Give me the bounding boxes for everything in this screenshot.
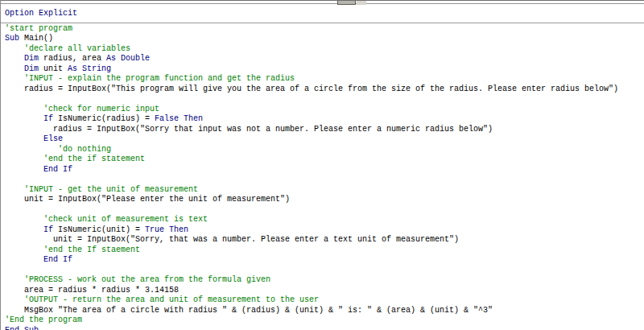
comment-token: 'start program bbox=[5, 24, 72, 33]
code-line[interactable]: unit = InputBox("Please enter the unit o… bbox=[5, 195, 644, 205]
code-line[interactable]: End Sub bbox=[5, 326, 644, 330]
comment-token: 'declare all variables bbox=[24, 44, 130, 53]
code-line[interactable]: 'end the if statement bbox=[5, 155, 644, 165]
keyword-token: Dim bbox=[24, 54, 43, 63]
code-line[interactable]: 'declare all variables bbox=[5, 44, 644, 55]
declarations-separator bbox=[1, 19, 644, 23]
keyword-token: False Then bbox=[155, 114, 203, 123]
keyword-token: As String bbox=[68, 64, 111, 73]
comment-token: 'end the If staement bbox=[43, 245, 140, 254]
comment-token: 'do nothing bbox=[58, 145, 111, 154]
code-token: MsgBox "The area of a circle with radius… bbox=[24, 306, 493, 315]
code-token: radius, area bbox=[43, 54, 106, 63]
code-line[interactable]: 'do nothing bbox=[5, 145, 644, 155]
keyword-token: As Double bbox=[106, 54, 150, 63]
code-line[interactable]: 'INPUT - get the unit of measurement bbox=[5, 185, 644, 196]
keyword-token: Else bbox=[43, 134, 63, 143]
code-line[interactable]: MsgBox "The area of a circle with radius… bbox=[5, 306, 644, 316]
code-line[interactable]: End If bbox=[5, 165, 644, 175]
code-token: unit = InputBox("Sorry, that was a numbe… bbox=[53, 235, 459, 244]
code-line[interactable] bbox=[5, 94, 644, 105]
comment-token: 'end the if statement bbox=[43, 155, 145, 163]
code-line[interactable]: 'end the If staement bbox=[5, 245, 644, 256]
code-line[interactable]: End If bbox=[5, 255, 644, 266]
code-line[interactable]: radius = InputBox("Sorry that input was … bbox=[5, 125, 644, 135]
code-line[interactable]: radius = InputBox("This program will giv… bbox=[5, 85, 644, 95]
code-line[interactable]: Else bbox=[5, 134, 644, 145]
code-line[interactable]: 'check for numeric input bbox=[5, 105, 644, 115]
comment-token: 'End the program bbox=[5, 316, 82, 324]
comment-token: 'INPUT - explain the program function an… bbox=[24, 74, 295, 83]
code-token: Main() bbox=[24, 34, 53, 43]
code-area[interactable]: Option Explicit'start programSub Main()'… bbox=[1, 5, 644, 330]
window-top-edge bbox=[1, 0, 644, 4]
code-token: unit bbox=[43, 64, 68, 73]
code-token: radius = InputBox("Sorry that input was … bbox=[53, 125, 493, 134]
code-line[interactable]: 'OUTPUT - return the area and unit of me… bbox=[5, 295, 644, 306]
code-line[interactable]: area = radius * radius * 3.14158 bbox=[5, 286, 644, 296]
code-editor-window: Option Explicit'start programSub Main()'… bbox=[0, 0, 644, 330]
keyword-token: Sub bbox=[5, 34, 24, 43]
comment-token: 'INPUT - get the unit of measurement bbox=[24, 185, 198, 194]
code-line[interactable]: Option Explicit bbox=[5, 9, 644, 19]
keyword-token: Dim bbox=[24, 64, 43, 73]
comment-token: 'OUTPUT - return the area and unit of me… bbox=[24, 295, 319, 304]
keyword-token: End Sub bbox=[5, 326, 39, 330]
keyword-token: If bbox=[43, 225, 58, 234]
keyword-token: End If bbox=[43, 255, 72, 264]
code-token: radius = InputBox("This program will giv… bbox=[24, 85, 618, 93]
code-line[interactable]: 'End the program bbox=[5, 316, 644, 326]
code-line[interactable]: Sub Main() bbox=[5, 34, 644, 44]
code-line[interactable]: 'check unit of measurement is text bbox=[5, 215, 644, 225]
keyword-token: If bbox=[43, 114, 58, 123]
code-line[interactable] bbox=[5, 205, 644, 216]
code-token: unit = InputBox("Please enter the unit o… bbox=[24, 195, 290, 204]
code-token: area = radius * radius * 3.14158 bbox=[24, 286, 179, 295]
keyword-token: True Then bbox=[145, 225, 188, 234]
code-line[interactable] bbox=[5, 175, 644, 185]
code-line[interactable]: 'INPUT - explain the program function an… bbox=[5, 74, 644, 85]
code-line[interactable]: If IsNumeric(radius) = False Then bbox=[5, 114, 644, 125]
comment-token: 'PROCESS - work out the area from the fo… bbox=[24, 275, 270, 284]
code-line[interactable]: Dim radius, area As Double bbox=[5, 54, 644, 64]
keyword-token: End If bbox=[43, 165, 72, 174]
code-token: IsNumeric(unit) = bbox=[58, 225, 145, 234]
code-line[interactable] bbox=[5, 266, 644, 276]
code-line[interactable]: If IsNumeric(unit) = True Then bbox=[5, 225, 644, 236]
code-line[interactable]: 'start program bbox=[5, 24, 644, 35]
comment-token: 'check for numeric input bbox=[43, 105, 159, 113]
code-line[interactable]: unit = InputBox("Sorry, that was a numbe… bbox=[5, 235, 644, 245]
comment-token: 'check unit of measurement is text bbox=[43, 215, 208, 224]
keyword-token: Option Explicit bbox=[5, 9, 77, 18]
code-line[interactable]: Dim unit As String bbox=[5, 64, 644, 75]
code-token: IsNumeric(radius) = bbox=[58, 114, 155, 123]
code-line[interactable]: 'PROCESS - work out the area from the fo… bbox=[5, 275, 644, 286]
